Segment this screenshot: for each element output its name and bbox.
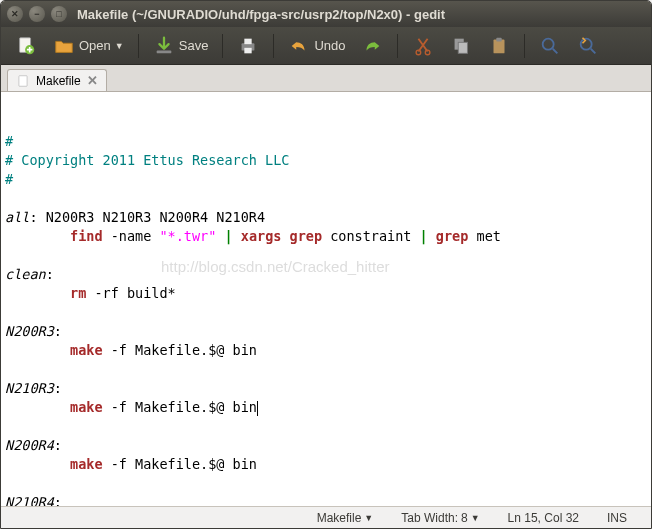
copy-button[interactable] — [444, 32, 478, 60]
tabbar: Makefile ✕ — [1, 65, 651, 92]
separator — [273, 34, 274, 58]
print-icon — [237, 35, 259, 57]
redo-icon — [361, 35, 383, 57]
search-icon — [539, 35, 561, 57]
code-text: : — [54, 323, 62, 339]
code-target: clean — [5, 266, 46, 282]
code-text: -rf build* — [86, 285, 175, 301]
cursor-position: Ln 15, Col 32 — [494, 511, 593, 525]
print-button[interactable] — [231, 32, 265, 60]
code-comment: # Copyright 2011 Ettus Research LLC — [5, 152, 289, 168]
dropdown-arrow-icon: ▼ — [115, 41, 124, 51]
replace-button[interactable] — [571, 32, 605, 60]
code-text: : N200R3 N210R3 N200R4 N210R4 — [29, 209, 265, 225]
language-label: Makefile — [317, 511, 362, 525]
cut-button[interactable] — [406, 32, 440, 60]
search-button[interactable] — [533, 32, 567, 60]
insert-mode[interactable]: INS — [593, 511, 641, 525]
tab-close-button[interactable]: ✕ — [87, 73, 98, 88]
minimize-window-button[interactable]: − — [29, 6, 45, 22]
code-text: : — [46, 266, 54, 282]
svg-rect-4 — [245, 38, 252, 44]
undo-label: Undo — [314, 38, 345, 53]
separator — [138, 34, 139, 58]
replace-icon — [577, 35, 599, 57]
new-file-icon — [15, 35, 37, 57]
save-label: Save — [179, 38, 209, 53]
watermark-text: http://blog.csdn.net/Cracked_hitter — [161, 257, 389, 276]
separator — [397, 34, 398, 58]
code-text: -f Makefile.$@ bin — [103, 342, 257, 358]
dropdown-arrow-icon: ▼ — [364, 513, 373, 523]
code-text: met — [468, 228, 501, 244]
paste-button[interactable] — [482, 32, 516, 60]
code-cmd: make — [70, 399, 103, 415]
tabwidth-selector[interactable]: Tab Width: 8 ▼ — [387, 511, 493, 525]
close-window-button[interactable]: ✕ — [7, 6, 23, 22]
paste-icon — [488, 35, 510, 57]
dropdown-arrow-icon: ▼ — [471, 513, 480, 523]
redo-button[interactable] — [355, 32, 389, 60]
editor-area[interactable]: http://blog.csdn.net/Cracked_hitter # # … — [1, 92, 651, 506]
code-comment: # — [5, 171, 13, 187]
titlebar: ✕ − □ Makefile (~/GNURADIO/uhd/fpga-src/… — [1, 1, 651, 27]
window-title: Makefile (~/GNURADIO/uhd/fpga-src/usrp2/… — [77, 7, 445, 22]
language-selector[interactable]: Makefile ▼ — [303, 511, 388, 525]
code-text: -name — [103, 228, 160, 244]
code-cmd: xargs — [241, 228, 282, 244]
code-pipe: | — [420, 228, 436, 244]
code-text: : — [54, 494, 62, 506]
code-indent — [5, 399, 70, 415]
svg-rect-5 — [245, 47, 252, 53]
svg-point-6 — [417, 50, 422, 55]
code-cmd: make — [70, 342, 103, 358]
code-text: constraint — [322, 228, 420, 244]
svg-point-12 — [543, 38, 554, 49]
undo-button[interactable]: Undo — [282, 32, 351, 60]
open-label: Open — [79, 38, 111, 53]
tab-makefile[interactable]: Makefile ✕ — [7, 69, 107, 91]
svg-point-7 — [426, 50, 431, 55]
code-target: N200R3 — [5, 323, 54, 339]
code-comment: # — [5, 133, 13, 149]
code-indent — [5, 342, 70, 358]
separator — [524, 34, 525, 58]
code-text: : — [54, 380, 62, 396]
code-cmd: make — [70, 456, 103, 472]
window-buttons: ✕ − □ — [7, 6, 67, 22]
svg-rect-14 — [19, 75, 27, 86]
code-cmd: find — [70, 228, 103, 244]
code-text — [281, 228, 289, 244]
code-string: "*.twr" — [159, 228, 216, 244]
code-indent — [5, 456, 70, 472]
code-target: all — [5, 209, 29, 225]
code-cmd: grep — [290, 228, 323, 244]
code-target: N210R3 — [5, 380, 54, 396]
undo-icon — [288, 35, 310, 57]
code-indent — [5, 285, 70, 301]
maximize-window-button[interactable]: □ — [51, 6, 67, 22]
cut-icon — [412, 35, 434, 57]
copy-icon — [450, 35, 472, 57]
open-button[interactable]: Open ▼ — [47, 32, 130, 60]
text-cursor — [257, 401, 258, 416]
code-indent — [5, 228, 70, 244]
svg-rect-11 — [497, 37, 503, 41]
separator — [222, 34, 223, 58]
tabwidth-label: Tab Width: — [401, 511, 458, 525]
svg-rect-2 — [156, 50, 171, 53]
code-cmd: grep — [436, 228, 469, 244]
svg-rect-10 — [494, 39, 505, 53]
save-button[interactable]: Save — [147, 32, 215, 60]
code-text: -f Makefile.$@ bin — [103, 399, 257, 415]
folder-open-icon — [53, 35, 75, 57]
code-text: : — [54, 437, 62, 453]
statusbar: Makefile ▼ Tab Width: 8 ▼ Ln 15, Col 32 … — [1, 506, 651, 528]
new-file-button[interactable] — [9, 32, 43, 60]
code-text: -f Makefile.$@ bin — [103, 456, 257, 472]
code-target: N200R4 — [5, 437, 54, 453]
code-cmd: rm — [70, 285, 86, 301]
tab-label: Makefile — [36, 74, 81, 88]
svg-rect-9 — [459, 42, 468, 53]
tabwidth-value: 8 — [461, 511, 468, 525]
